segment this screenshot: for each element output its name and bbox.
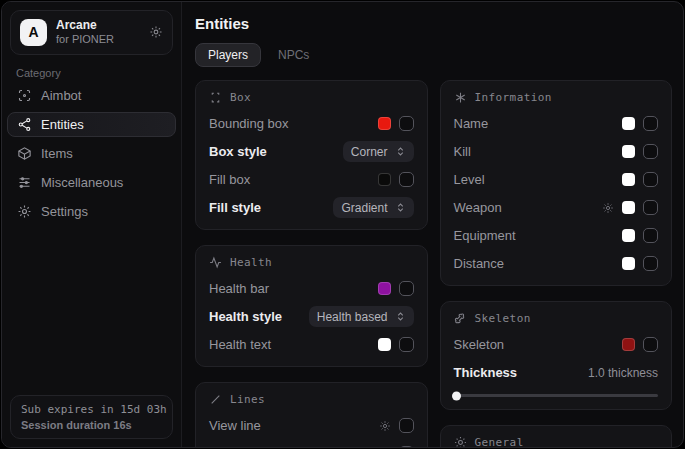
level-checkbox[interactable] — [643, 172, 658, 187]
card-title: General — [475, 436, 524, 447]
color-swatch[interactable] — [622, 257, 635, 270]
setting-label: Fill box — [209, 172, 250, 187]
setting-row-health-bar: Health bar — [209, 279, 414, 298]
sidebar-item-aimbot[interactable]: Aimbot — [7, 83, 176, 108]
setting-row-skeleton: Skeleton — [454, 335, 659, 354]
sidebar-item-miscellaneous[interactable]: Miscellaneous — [7, 170, 176, 195]
card-title: Skeleton — [475, 312, 531, 325]
gear-icon[interactable] — [602, 202, 614, 214]
line-to-enemy-checkbox[interactable] — [399, 446, 414, 447]
entities-network-icon — [17, 117, 32, 132]
card-title: Health — [230, 256, 272, 269]
setting-label: Line to enemy — [209, 446, 291, 447]
sidebar-item-label: Entities — [41, 117, 84, 132]
kill-checkbox[interactable] — [643, 144, 658, 159]
category-label: Category — [16, 67, 181, 79]
color-swatch[interactable] — [622, 145, 635, 158]
color-swatch[interactable] — [378, 173, 391, 186]
sliders-icon — [17, 175, 32, 190]
card-title: Box — [230, 91, 251, 104]
setting-row-equipment: Equipment — [454, 226, 659, 245]
slider-thumb[interactable] — [452, 391, 461, 400]
tab-players[interactable]: Players — [195, 43, 261, 67]
color-swatch[interactable] — [622, 117, 635, 130]
box-card: Box Bounding box Box style — [195, 80, 428, 230]
setting-row-weapon: Weapon — [454, 198, 659, 217]
setting-label: Weapon — [454, 200, 502, 215]
app-logo: A — [20, 19, 47, 46]
setting-row-level: Level — [454, 170, 659, 189]
setting-label: Level — [454, 172, 485, 187]
setting-label: Skeleton — [454, 337, 505, 352]
sidebar-item-label: Items — [41, 146, 73, 161]
setting-row-health-style: Health style Health based — [209, 307, 414, 326]
thickness-slider[interactable] — [454, 394, 659, 397]
gear-icon — [17, 204, 32, 219]
sidebar-item-items[interactable]: Items — [7, 141, 176, 166]
diagonal-line-icon — [209, 393, 222, 406]
color-swatch[interactable] — [622, 338, 635, 351]
setting-label: Health bar — [209, 281, 269, 296]
setting-label: Equipment — [454, 228, 516, 243]
info-asterisk-icon — [454, 91, 467, 104]
sidebar: A Arcane for PIONER Category — [2, 2, 182, 447]
chevron-up-down-icon — [395, 202, 406, 213]
brand-card: A Arcane for PIONER — [10, 10, 173, 55]
color-swatch[interactable] — [622, 201, 635, 214]
health-pulse-icon — [209, 256, 222, 269]
bounding-box-checkbox[interactable] — [399, 116, 414, 131]
crosshair-scan-icon — [17, 88, 32, 103]
gear-icon[interactable] — [149, 25, 163, 39]
brand-title: Arcane — [56, 18, 140, 33]
dropdown-value: Corner — [351, 145, 388, 159]
color-swatch[interactable] — [378, 117, 391, 130]
health-style-dropdown[interactable]: Health based — [309, 306, 414, 327]
setting-label: Distance — [454, 256, 505, 271]
setting-label: Bounding box — [209, 116, 289, 131]
card-title: Information — [475, 91, 552, 104]
color-swatch[interactable] — [622, 173, 635, 186]
skeleton-checkbox[interactable] — [643, 337, 658, 352]
setting-row-thickness: Thickness 1.0 thickness — [454, 363, 659, 382]
card-title: Lines — [230, 393, 265, 406]
setting-row-kill: Kill — [454, 142, 659, 161]
name-checkbox[interactable] — [643, 116, 658, 131]
main-content: Entities Players NPCs Box — [182, 2, 683, 447]
sidebar-item-entities[interactable]: Entities — [7, 112, 176, 137]
setting-label: View line — [209, 418, 261, 433]
page-title: Entities — [195, 15, 672, 32]
fill-style-dropdown[interactable]: Gradient — [333, 197, 413, 218]
sidebar-item-settings[interactable]: Settings — [7, 199, 176, 224]
box-style-dropdown[interactable]: Corner — [343, 141, 414, 162]
thickness-value: 1.0 thickness — [588, 366, 658, 380]
app-window: A Arcane for PIONER Category — [1, 1, 684, 448]
setting-row-health-text: Health text — [209, 335, 414, 354]
health-bar-checkbox[interactable] — [399, 281, 414, 296]
skeleton-card: Skeleton Skeleton Thickness 1.0 t — [440, 301, 673, 410]
dropdown-value: Health based — [317, 310, 388, 324]
distance-checkbox[interactable] — [643, 256, 658, 271]
chevron-up-down-icon — [395, 146, 406, 157]
setting-row-distance: Distance — [454, 254, 659, 273]
sidebar-item-label: Settings — [41, 204, 88, 219]
setting-label: Box style — [209, 144, 267, 159]
fill-box-checkbox[interactable] — [399, 172, 414, 187]
setting-label: Fill style — [209, 200, 261, 215]
gear-icon[interactable] — [379, 420, 391, 432]
sidebar-nav: Aimbot Entities Items — [2, 83, 181, 224]
setting-row-view-line: View line — [209, 416, 414, 435]
weapon-checkbox[interactable] — [643, 200, 658, 215]
color-swatch[interactable] — [378, 282, 391, 295]
sidebar-item-label: Miscellaneous — [41, 175, 123, 190]
sun-icon — [454, 436, 467, 447]
color-swatch[interactable] — [378, 338, 391, 351]
view-line-checkbox[interactable] — [399, 418, 414, 433]
setting-label: Health style — [209, 309, 282, 324]
health-text-checkbox[interactable] — [399, 337, 414, 352]
setting-row-line-to-enemy: Line to enemy — [209, 444, 414, 447]
color-swatch[interactable] — [622, 229, 635, 242]
tab-npcs[interactable]: NPCs — [265, 43, 322, 67]
session-duration-text: Session duration 16s — [21, 419, 162, 431]
equipment-checkbox[interactable] — [643, 228, 658, 243]
setting-label: Health text — [209, 337, 271, 352]
